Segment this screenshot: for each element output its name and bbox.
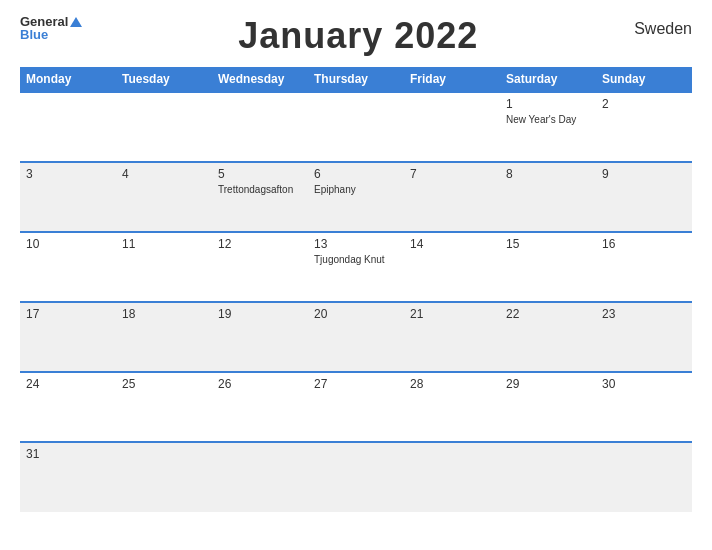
calendar-cell: 26 [212, 372, 308, 442]
day-number: 21 [410, 307, 494, 321]
calendar-cell [404, 442, 500, 512]
day-number: 22 [506, 307, 590, 321]
calendar-table: MondayTuesdayWednesdayThursdayFridaySatu… [20, 67, 692, 512]
calendar-cell: 16 [596, 232, 692, 302]
calendar-cell: 27 [308, 372, 404, 442]
day-number: 6 [314, 167, 398, 181]
day-number: 24 [26, 377, 110, 391]
week-row-6: 31 [20, 442, 692, 512]
country-label: Sweden [634, 15, 692, 38]
calendar-cell: 9 [596, 162, 692, 232]
weekday-header-thursday: Thursday [308, 67, 404, 92]
week-row-5: 24252627282930 [20, 372, 692, 442]
calendar-title: January 2022 [82, 15, 634, 57]
day-number: 12 [218, 237, 302, 251]
calendar-cell: 21 [404, 302, 500, 372]
day-number: 4 [122, 167, 206, 181]
logo-triangle-icon [70, 17, 82, 27]
calendar-cell: 29 [500, 372, 596, 442]
logo-blue-text: Blue [20, 28, 48, 41]
day-number: 23 [602, 307, 686, 321]
calendar-cell [116, 92, 212, 162]
day-number: 14 [410, 237, 494, 251]
weekday-header-sunday: Sunday [596, 67, 692, 92]
weekday-header-monday: Monday [20, 67, 116, 92]
week-row-2: 345Trettondagsafton6Epiphany789 [20, 162, 692, 232]
calendar-cell [20, 92, 116, 162]
calendar-cell: 19 [212, 302, 308, 372]
day-number: 5 [218, 167, 302, 181]
weekday-header-tuesday: Tuesday [116, 67, 212, 92]
weekday-header-wednesday: Wednesday [212, 67, 308, 92]
calendar-cell [212, 442, 308, 512]
day-number: 2 [602, 97, 686, 111]
calendar-cell [212, 92, 308, 162]
calendar-cell: 6Epiphany [308, 162, 404, 232]
calendar-cell: 30 [596, 372, 692, 442]
day-number: 15 [506, 237, 590, 251]
calendar-cell: 7 [404, 162, 500, 232]
calendar-cell: 15 [500, 232, 596, 302]
week-row-1: 1New Year's Day2 [20, 92, 692, 162]
event-label: Trettondagsafton [218, 183, 302, 196]
calendar-cell [116, 442, 212, 512]
day-number: 25 [122, 377, 206, 391]
title-section: January 2022 [82, 15, 634, 57]
calendar-page: General Blue January 2022 Sweden MondayT… [0, 0, 712, 550]
day-number: 13 [314, 237, 398, 251]
weekday-header-saturday: Saturday [500, 67, 596, 92]
day-number: 11 [122, 237, 206, 251]
calendar-cell: 13Tjugondag Knut [308, 232, 404, 302]
day-number: 9 [602, 167, 686, 181]
calendar-cell: 20 [308, 302, 404, 372]
day-number: 8 [506, 167, 590, 181]
day-number: 10 [26, 237, 110, 251]
calendar-cell: 12 [212, 232, 308, 302]
calendar-cell [308, 442, 404, 512]
event-label: Epiphany [314, 183, 398, 196]
day-number: 28 [410, 377, 494, 391]
calendar-cell: 25 [116, 372, 212, 442]
day-number: 26 [218, 377, 302, 391]
day-number: 16 [602, 237, 686, 251]
calendar-cell [308, 92, 404, 162]
calendar-cell: 18 [116, 302, 212, 372]
calendar-cell: 22 [500, 302, 596, 372]
day-number: 30 [602, 377, 686, 391]
weekday-header-friday: Friday [404, 67, 500, 92]
logo: General Blue [20, 15, 82, 41]
calendar-cell: 14 [404, 232, 500, 302]
day-number: 3 [26, 167, 110, 181]
calendar-cell: 1New Year's Day [500, 92, 596, 162]
day-number: 29 [506, 377, 590, 391]
calendar-cell [404, 92, 500, 162]
week-row-4: 17181920212223 [20, 302, 692, 372]
calendar-cell: 17 [20, 302, 116, 372]
day-number: 31 [26, 447, 110, 461]
calendar-cell: 3 [20, 162, 116, 232]
calendar-cell: 5Trettondagsafton [212, 162, 308, 232]
day-number: 1 [506, 97, 590, 111]
day-number: 27 [314, 377, 398, 391]
calendar-cell: 2 [596, 92, 692, 162]
event-label: Tjugondag Knut [314, 253, 398, 266]
calendar-cell: 23 [596, 302, 692, 372]
calendar-header: General Blue January 2022 Sweden [20, 15, 692, 57]
day-number: 20 [314, 307, 398, 321]
weekday-header-row: MondayTuesdayWednesdayThursdayFridaySatu… [20, 67, 692, 92]
calendar-cell: 8 [500, 162, 596, 232]
calendar-cell: 4 [116, 162, 212, 232]
calendar-cell [500, 442, 596, 512]
day-number: 19 [218, 307, 302, 321]
calendar-cell [596, 442, 692, 512]
event-label: New Year's Day [506, 113, 590, 126]
week-row-3: 10111213Tjugondag Knut141516 [20, 232, 692, 302]
day-number: 18 [122, 307, 206, 321]
calendar-cell: 11 [116, 232, 212, 302]
day-number: 17 [26, 307, 110, 321]
day-number: 7 [410, 167, 494, 181]
calendar-cell: 28 [404, 372, 500, 442]
calendar-cell: 31 [20, 442, 116, 512]
calendar-cell: 10 [20, 232, 116, 302]
calendar-cell: 24 [20, 372, 116, 442]
